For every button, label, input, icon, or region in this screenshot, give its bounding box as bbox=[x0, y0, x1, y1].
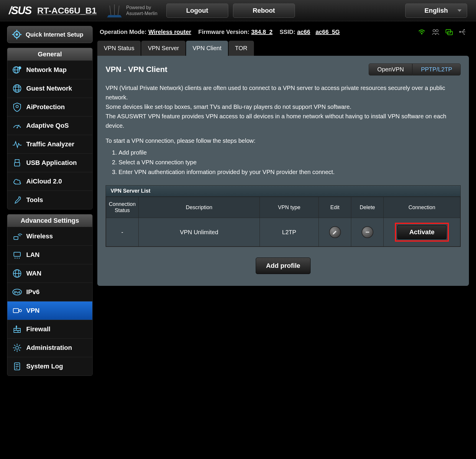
svg-point-17 bbox=[16, 105, 18, 108]
general-header: General bbox=[7, 48, 92, 61]
table-title: VPN Server List bbox=[106, 186, 460, 197]
sidebar-item-label: AiProtection bbox=[26, 103, 65, 111]
th-edit: Edit bbox=[319, 197, 351, 218]
status-bar: Operation Mode: Wireless router Firmware… bbox=[97, 26, 469, 41]
sidebar-item-usb-application[interactable]: USB Application bbox=[7, 154, 92, 172]
sidebar-item-aicloud[interactable]: AiCloud 2.0 bbox=[7, 172, 92, 191]
th-description: Description bbox=[139, 197, 260, 218]
wifi-status-icon[interactable] bbox=[418, 28, 426, 36]
svg-rect-32 bbox=[13, 309, 19, 313]
shield-icon bbox=[12, 102, 22, 112]
sidebar-item-wireless[interactable]: Wireless bbox=[7, 227, 92, 246]
steps-intro: To start a VPN connection, please follow… bbox=[106, 137, 461, 144]
ssid1-link[interactable]: ac66 bbox=[297, 29, 310, 35]
qis-label: Quick Internet Setup bbox=[26, 31, 83, 38]
gear-icon bbox=[12, 29, 22, 40]
svg-rect-23 bbox=[14, 252, 20, 256]
tab-tor[interactable]: TOR bbox=[229, 41, 254, 56]
ssid-label: SSID: bbox=[280, 29, 295, 35]
sidebar-item-system-log[interactable]: System Log bbox=[7, 357, 92, 376]
svg-point-52 bbox=[421, 33, 423, 35]
fw-link[interactable]: 384.8_2 bbox=[251, 29, 273, 35]
pencil-icon bbox=[332, 229, 338, 235]
sidebar-item-label: Traffic Analyzer bbox=[26, 140, 74, 148]
svg-line-0 bbox=[110, 6, 111, 15]
brand-logo: /SUS bbox=[9, 4, 31, 17]
sidebar-item-network-map[interactable]: Network Map bbox=[7, 61, 92, 79]
svg-point-14 bbox=[15, 85, 19, 92]
internet-status-icon[interactable] bbox=[445, 28, 453, 36]
sidebar-item-administration[interactable]: Administration bbox=[7, 339, 92, 357]
edit-button[interactable] bbox=[329, 226, 341, 238]
sidebar-item-ipv6[interactable]: IPv6 IPv6 bbox=[7, 283, 92, 301]
quick-internet-setup[interactable]: Quick Internet Setup bbox=[7, 26, 93, 43]
globe-icon bbox=[12, 268, 22, 278]
sidebar-item-vpn[interactable]: VPN bbox=[7, 301, 92, 320]
globe-icon bbox=[12, 83, 22, 94]
svg-rect-22 bbox=[14, 237, 18, 240]
sidebar-item-adaptive-qos[interactable]: Adaptive QoS bbox=[7, 117, 92, 135]
usb-icon bbox=[12, 158, 22, 168]
log-icon bbox=[12, 361, 22, 371]
mode-openvpn-button[interactable]: OpenVPN bbox=[369, 63, 412, 76]
sidebar-item-label: USB Application bbox=[26, 159, 77, 167]
sidebar-item-label: Network Map bbox=[26, 66, 67, 74]
ipv6-icon: IPv6 bbox=[12, 287, 22, 297]
powered-by: Powered by Asuswrt-Merlin bbox=[126, 5, 157, 16]
sidebar-item-firewall[interactable]: Firewall bbox=[7, 320, 92, 339]
language-select[interactable]: English bbox=[405, 4, 467, 18]
sidebar-item-label: AiCloud 2.0 bbox=[26, 178, 62, 185]
sidebar-item-guest-network[interactable]: Guest Network bbox=[7, 79, 92, 98]
sidebar-item-wan[interactable]: WAN bbox=[7, 264, 92, 283]
th-connection: Connection bbox=[384, 197, 460, 218]
sidebar-item-label: Adaptive QoS bbox=[26, 122, 69, 129]
reboot-button[interactable]: Reboot bbox=[233, 4, 295, 18]
sidebar-item-label: Tools bbox=[26, 196, 43, 204]
svg-line-46 bbox=[19, 345, 20, 346]
sidebar-item-label: WAN bbox=[26, 270, 41, 277]
firewall-icon bbox=[12, 324, 22, 334]
desc-p1: VPN (Virtual Private Network) clients ar… bbox=[106, 83, 461, 102]
op-mode-link[interactable]: Wireless router bbox=[148, 29, 191, 35]
svg-point-33 bbox=[19, 309, 22, 312]
logout-button[interactable]: Logout bbox=[166, 4, 228, 18]
ssid2-link[interactable]: ac66_5G bbox=[316, 29, 340, 35]
lan-icon bbox=[12, 250, 22, 260]
minus-icon bbox=[365, 229, 370, 235]
sidebar-item-lan[interactable]: LAN bbox=[7, 246, 92, 264]
step-item: Add profile bbox=[119, 148, 461, 158]
op-mode-label: Operation Mode: bbox=[100, 29, 147, 35]
th-delete: Delete bbox=[351, 197, 384, 218]
gauge-icon bbox=[12, 121, 22, 131]
th-vpn-type: VPN type bbox=[260, 197, 319, 218]
sidebar-item-tools[interactable]: Tools bbox=[7, 191, 92, 209]
usb-status-icon[interactable] bbox=[458, 28, 467, 36]
tab-vpn-server[interactable]: VPN Server bbox=[141, 41, 186, 56]
sidebar-item-label: VPN bbox=[26, 307, 40, 314]
sidebar-item-label: Administration bbox=[26, 344, 72, 352]
vpn-icon bbox=[12, 306, 22, 316]
step-item: Enter VPN authentication information pro… bbox=[119, 167, 461, 177]
activate-button[interactable]: Activate bbox=[397, 225, 447, 239]
tab-vpn-status[interactable]: VPN Status bbox=[97, 41, 141, 56]
sidebar-item-label: Wireless bbox=[26, 232, 53, 240]
desc-p2: Some devices like set-top boxes, smart T… bbox=[106, 102, 461, 112]
sidebar-item-label: LAN bbox=[26, 251, 40, 259]
tab-vpn-client[interactable]: VPN Client bbox=[186, 41, 228, 56]
vpn-server-list-table: VPN Server List Connection Status Descri… bbox=[106, 185, 461, 247]
clients-icon[interactable] bbox=[431, 28, 439, 36]
cell-description: VPN Unlimited bbox=[139, 218, 260, 247]
table-row: - VPN Unlimited L2TP bbox=[106, 218, 460, 247]
delete-button[interactable] bbox=[362, 226, 373, 238]
mode-pptp-l2tp-button[interactable]: PPTP/L2TP bbox=[412, 63, 461, 76]
svg-point-62 bbox=[464, 34, 465, 35]
table-header-row: Connection Status Description VPN type E… bbox=[106, 197, 460, 218]
sidebar-item-traffic-analyzer[interactable]: Traffic Analyzer bbox=[7, 135, 92, 154]
add-profile-button[interactable]: Add profile bbox=[256, 258, 311, 274]
sidebar-item-label: Firewall bbox=[26, 325, 50, 333]
router-icon bbox=[106, 3, 123, 18]
header: /SUS RT-AC66U_B1 Powered by Asuswrt-Merl… bbox=[0, 0, 476, 21]
svg-point-39 bbox=[16, 346, 19, 349]
sidebar-item-label: System Log bbox=[26, 363, 63, 370]
sidebar-item-aiprotection[interactable]: AiProtection bbox=[7, 98, 92, 117]
